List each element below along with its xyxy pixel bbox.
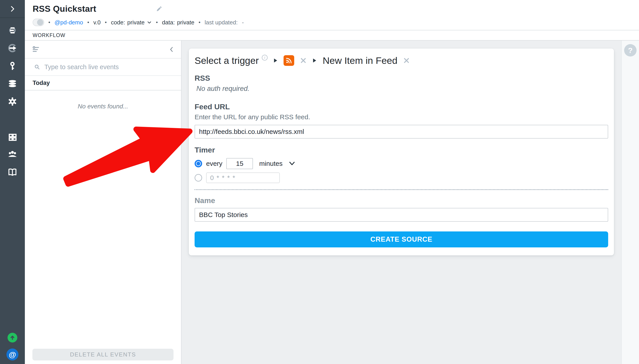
rss-icon: [285, 57, 293, 64]
code-value: private: [127, 19, 145, 26]
account-avatar[interactable]: @: [7, 348, 19, 360]
sidebar-item-data-stores[interactable]: [7, 78, 18, 89]
events-group-header: Today: [25, 76, 181, 90]
feed-url-input[interactable]: [195, 125, 608, 138]
header: RSS Quickstart • @pd-demo • v.0 • code:: [25, 0, 639, 30]
sidebar-item-workflows[interactable]: [7, 24, 18, 36]
feed-url-label: Feed URL: [195, 102, 608, 111]
trigger-step-title[interactable]: New Item in Feed: [323, 55, 397, 66]
breadcrumb-arrow-icon: [273, 58, 278, 63]
last-updated-value: -: [242, 19, 244, 26]
gear-icon: [7, 96, 18, 107]
trigger-breadcrumb: Select a trigger i New Item in Feed: [195, 54, 608, 67]
select-trigger-title[interactable]: Select a trigger: [195, 55, 259, 66]
workflows-icon: [7, 25, 18, 36]
sidebar-item-settings[interactable]: [7, 96, 18, 107]
events-panel-toolbar: [25, 40, 181, 58]
data-value: private: [177, 19, 194, 26]
pencil-icon: [155, 5, 163, 13]
people-icon: [7, 149, 18, 160]
sidebar-item-docs[interactable]: [7, 166, 18, 178]
timer-label: Timer: [195, 146, 608, 154]
help-button-label: ?: [628, 46, 633, 55]
upgrade-button[interactable]: [8, 333, 17, 342]
info-icon[interactable]: i: [262, 55, 267, 60]
source-out-icon: [7, 42, 18, 54]
sidebar-item-accounts[interactable]: [7, 60, 18, 72]
empty-events-message: No events found...: [25, 103, 181, 110]
sidebar-item-community[interactable]: [7, 148, 18, 160]
trigger-card: Select a trigger i New Item in Feed: [189, 48, 614, 256]
timer-cron-row: [195, 172, 608, 183]
account-link[interactable]: @pd-demo: [54, 19, 83, 26]
remove-app-button[interactable]: [300, 57, 307, 64]
data-visibility: data: private: [162, 19, 194, 26]
every-label: every: [206, 160, 222, 167]
interval-unit-dropdown[interactable]: minutes: [259, 160, 295, 167]
sidebar: @: [0, 0, 25, 364]
arrow-up-icon: [9, 334, 16, 341]
remove-trigger-button[interactable]: [403, 57, 410, 64]
unit-value: minutes: [259, 160, 282, 167]
toggle-knob: [37, 19, 43, 26]
database-icon: [7, 78, 18, 89]
bullet: •: [87, 19, 89, 26]
sidebar-item-apps[interactable]: [7, 132, 18, 143]
chevron-down-icon: [147, 20, 152, 25]
last-updated-label: last updated:: [205, 19, 238, 26]
filter-list-icon: [32, 46, 40, 54]
search-input[interactable]: [44, 63, 181, 71]
filter-events-button[interactable]: [32, 46, 40, 55]
auth-note: No auth required.: [195, 85, 608, 93]
interval-radio[interactable]: [195, 160, 202, 167]
avatar-text: @: [9, 350, 16, 359]
close-icon: [403, 57, 410, 64]
data-label: data:: [162, 19, 175, 26]
workflow-meta-row: • @pd-demo • v.0 • code: private • data:…: [33, 18, 244, 26]
cron-radio[interactable]: [195, 174, 202, 182]
chevron-right-icon: [9, 5, 17, 13]
bullet: •: [156, 19, 158, 26]
code-visibility-dropdown[interactable]: code: private: [111, 19, 152, 26]
live-events-panel: Today No events found... DELETE ALL EVEN…: [25, 40, 181, 364]
breadcrumb-arrow-icon: [312, 58, 317, 63]
interval-value-input[interactable]: [226, 158, 253, 169]
source-name-input[interactable]: [195, 208, 608, 222]
bullet: •: [105, 19, 107, 26]
deploy-toggle[interactable]: [33, 18, 44, 26]
tab-workflow[interactable]: WORKFLOW: [33, 32, 66, 38]
close-icon: [300, 57, 307, 64]
open-book-icon: [7, 167, 18, 178]
apps-grid-icon: [7, 132, 18, 142]
bullet: •: [199, 19, 200, 26]
create-source-button[interactable]: CREATE SOURCE: [195, 232, 608, 248]
code-label: code:: [111, 19, 125, 26]
tab-bar: WORKFLOW: [25, 30, 639, 40]
chevron-down-icon: [289, 161, 295, 166]
collapse-panel-button[interactable]: [168, 46, 175, 54]
sidebar-item-sources[interactable]: [7, 42, 18, 54]
app-window: @ RSS Quickstart • @pd-demo • v.0: [0, 0, 639, 364]
version-label: v.0: [93, 19, 101, 26]
sidebar-expand-button[interactable]: [0, 0, 25, 18]
edit-title-button[interactable]: [155, 5, 163, 13]
feed-url-help: Enter the URL for any public RSS feed.: [195, 113, 608, 121]
search-icon: [34, 64, 40, 70]
chevron-left-icon: [168, 46, 175, 53]
timer-interval-row: every minutes: [195, 158, 608, 169]
events-search-row: [25, 58, 181, 76]
right-rail: ?: [621, 40, 639, 364]
help-button[interactable]: ?: [624, 44, 636, 56]
page-title: RSS Quickstart: [33, 4, 96, 14]
section-divider: [195, 189, 608, 190]
app-section-heading: RSS: [195, 74, 608, 82]
rss-app-badge: [283, 55, 294, 66]
name-label: Name: [195, 196, 608, 205]
delete-all-events-button[interactable]: DELETE ALL EVENTS: [32, 349, 173, 360]
cron-expression-input[interactable]: [206, 172, 280, 183]
bullet: •: [48, 19, 50, 26]
key-icon: [7, 61, 18, 71]
